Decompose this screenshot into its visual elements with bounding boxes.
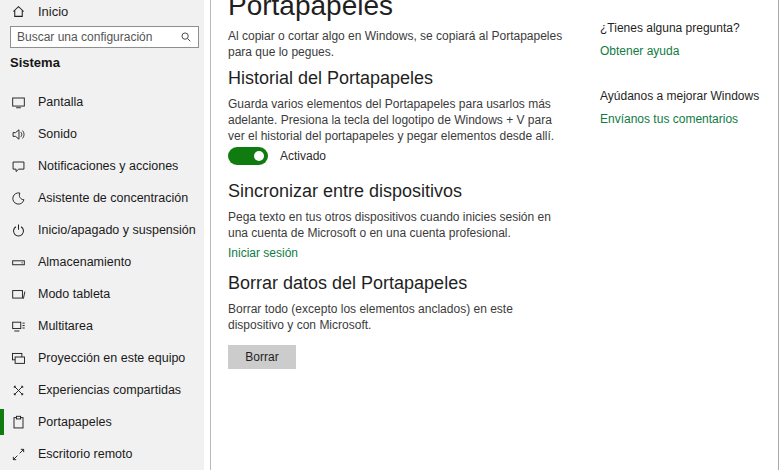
sync-section-heading: Sincronizar entre dispositivos: [228, 179, 566, 203]
sidebar-item-label: Pantalla: [38, 95, 83, 109]
toggle-knob: [254, 151, 264, 161]
sign-in-link[interactable]: Iniciar sesión: [228, 246, 298, 260]
sidebar-item-label: Almacenamiento: [38, 255, 131, 269]
home-label: Inicio: [38, 4, 68, 19]
sidebar-item-portapapeles[interactable]: Portapapeles: [0, 406, 204, 438]
remote-desktop-icon: [10, 446, 26, 462]
page-title: Portapapeles: [228, 0, 566, 22]
sidebar-item-proyeccion[interactable]: Proyección en este equipo: [0, 342, 204, 374]
main-content: Portapapeles Al copiar o cortar algo en …: [211, 0, 779, 470]
focus-assist-icon: [10, 190, 26, 206]
help-question: ¿Tienes alguna pregunta?: [600, 21, 775, 35]
shared-experiences-icon: [10, 382, 26, 398]
display-icon: [10, 94, 26, 110]
history-section-heading: Historial del Portapapeles: [228, 66, 566, 90]
sidebar-item-label: Portapapeles: [38, 415, 112, 429]
help-column: ¿Tienes alguna pregunta? Obtener ayuda A…: [600, 21, 775, 126]
storage-icon: [10, 254, 26, 270]
clear-description: Borrar todo (excepto los elementos ancla…: [228, 301, 566, 333]
sidebar-item-label: Experiencias compartidas: [38, 383, 181, 397]
search-icon[interactable]: [179, 31, 192, 44]
sidebar-item-escritorio-remoto[interactable]: Escritorio remoto: [0, 438, 204, 470]
clear-button[interactable]: Borrar: [228, 345, 296, 369]
feedback-link[interactable]: Envíanos tus comentarios: [600, 112, 775, 126]
sidebar-item-notificaciones[interactable]: Notificaciones y acciones: [0, 150, 204, 182]
sidebar-home[interactable]: Inicio: [10, 1, 68, 21]
sidebar-item-label: Inicio/apagado y suspensión: [38, 223, 196, 237]
sidebar-item-label: Asistente de concentración: [38, 191, 188, 205]
sidebar-item-label: Multitarea: [38, 319, 93, 333]
tablet-icon: [10, 286, 26, 302]
sidebar-item-pantalla[interactable]: Pantalla: [0, 86, 204, 118]
sidebar-item-almacenamiento[interactable]: Almacenamiento: [0, 246, 204, 278]
sidebar-item-label: Proyección en este equipo: [38, 351, 185, 365]
sidebar-item-label: Modo tableta: [38, 287, 110, 301]
clipboard-history-toggle[interactable]: [228, 147, 268, 165]
speaker-icon: [10, 126, 26, 142]
sidebar-item-inicio-apagado[interactable]: Inicio/apagado y suspensión: [0, 214, 204, 246]
page-intro: Al copiar o cortar algo en Windows, se c…: [228, 28, 566, 60]
history-description: Guarda varios elementos del Portapapeles…: [228, 96, 566, 144]
sidebar-item-asistente-concentracion[interactable]: Asistente de concentración: [0, 182, 204, 214]
settings-search-box[interactable]: [10, 26, 199, 48]
clipboard-icon: [10, 414, 26, 430]
sidebar-item-experiencias-compartidas[interactable]: Experiencias compartidas: [0, 374, 204, 406]
sidebar-item-sonido[interactable]: Sonido: [0, 118, 204, 150]
sidebar-nav: Pantalla Sonido Notificaciones y accione…: [0, 86, 204, 470]
sidebar-item-label: Escritorio remoto: [38, 447, 132, 461]
settings-sidebar: Inicio Sistema Pantalla: [0, 0, 204, 470]
projection-icon: [10, 350, 26, 366]
toggle-state-label: Activado: [280, 149, 326, 163]
multitasking-icon: [10, 318, 26, 334]
sidebar-item-label: Notificaciones y acciones: [38, 159, 178, 173]
sidebar-item-modo-tableta[interactable]: Modo tableta: [0, 278, 204, 310]
power-icon: [10, 222, 26, 238]
sidebar-item-label: Sonido: [38, 127, 77, 141]
improve-windows-label: Ayúdanos a mejorar Windows: [600, 89, 775, 103]
clipboard-history-toggle-row: Activado: [228, 146, 566, 166]
search-input[interactable]: [17, 30, 179, 44]
get-help-link[interactable]: Obtener ayuda: [600, 44, 775, 58]
window-right-edge: [778, 0, 779, 470]
sync-description: Pega texto en tus otros dispositivos cua…: [228, 209, 566, 241]
sidebar-section-title: Sistema: [10, 55, 60, 70]
home-icon: [10, 3, 26, 19]
notifications-icon: [10, 158, 26, 174]
clear-section-heading: Borrar datos del Portapapeles: [228, 271, 566, 295]
sidebar-item-multitarea[interactable]: Multitarea: [0, 310, 204, 342]
